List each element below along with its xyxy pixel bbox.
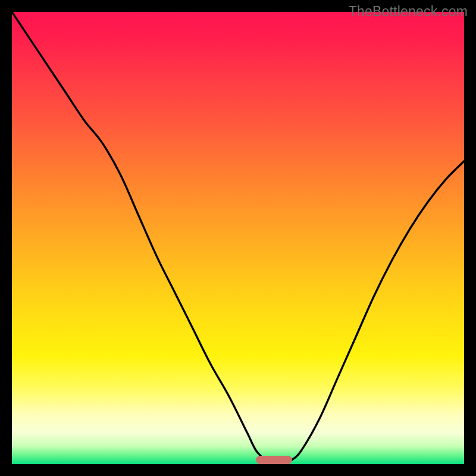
- bottleneck-curve: [12, 12, 464, 464]
- watermark-text: TheBottleneck.com: [349, 4, 468, 20]
- curve-svg: [12, 12, 464, 464]
- optimal-range-marker: [256, 456, 292, 464]
- plot-area: [12, 12, 464, 464]
- chart-frame: TheBottleneck.com: [0, 0, 476, 476]
